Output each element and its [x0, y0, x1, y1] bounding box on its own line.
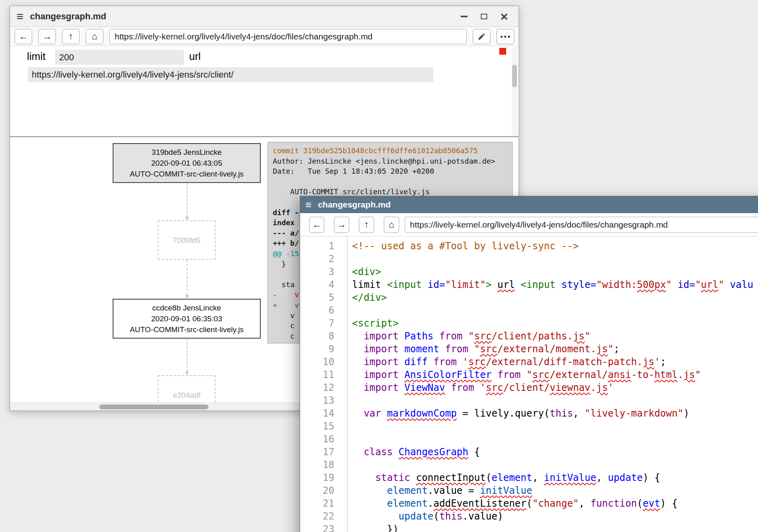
code-token: . — [678, 369, 683, 380]
graph-node[interactable]: ccdce8b JensLincke2020-09-01 06:35:03AUT… — [113, 299, 261, 339]
code-line[interactable]: 19 static connectInput(element, initValu… — [300, 471, 758, 484]
line-number: 3 — [300, 265, 348, 278]
code-line[interactable]: 22 update(this.value) — [300, 510, 758, 523]
back-button[interactable]: ← — [14, 29, 32, 44]
code-token: function — [590, 498, 637, 509]
code-text — [348, 253, 352, 265]
code-line[interactable]: 14 var markdownComp = lively.query(this,… — [300, 407, 758, 420]
code-line[interactable]: 23 }) — [300, 523, 758, 532]
code-token: valu — [730, 279, 753, 290]
code-token — [352, 356, 364, 368]
graph-node-text: 7009fd5 — [173, 235, 201, 246]
up-button[interactable]: ↑ — [359, 217, 374, 233]
home-button[interactable]: ⌂ — [86, 29, 103, 44]
code-line[interactable]: 17 class ChangesGraph { — [300, 446, 758, 458]
code-token: <script> — [352, 318, 399, 329]
code-line[interactable]: 15 — [300, 420, 758, 433]
code-line[interactable]: 3<div> — [300, 265, 758, 278]
code-line[interactable]: 4limit <input id="limit"> url <input sty… — [300, 278, 758, 291]
forward-button[interactable]: → — [334, 217, 349, 233]
diff-line — [273, 177, 507, 187]
window-controls: × — [459, 12, 512, 21]
code-token: " — [474, 343, 480, 355]
code-token: .value) — [463, 511, 503, 522]
code-token: js — [684, 369, 695, 380]
code-token: moment — [404, 343, 439, 355]
code-token: evt — [643, 498, 660, 509]
line-number: 22 — [300, 510, 348, 523]
code-token — [352, 485, 387, 496]
graph-node[interactable]: 319bde5 JensLincke2020-09-01 06:43:05AUT… — [113, 143, 261, 183]
code-line[interactable]: 10 import diff from 'src/external/diff-m… — [300, 355, 758, 368]
code-token: js — [643, 356, 655, 368]
code-token: -to- — [631, 369, 655, 380]
address-url-input[interactable] — [405, 217, 758, 233]
code-line[interactable]: 9 import moment from "src/external/momen… — [300, 343, 758, 355]
code-line[interactable]: 6 — [300, 304, 758, 317]
code-token: " — [666, 279, 678, 290]
code-token — [457, 356, 462, 368]
address-url-input[interactable] — [109, 29, 467, 44]
line-number: 16 — [300, 433, 348, 446]
code-token: markdownComp — [387, 408, 457, 419]
line-number: 12 — [300, 381, 348, 394]
code-line[interactable]: 8 import Paths from "src/client/paths.js… — [300, 330, 758, 343]
code-line[interactable]: 2 — [300, 253, 758, 265]
code-line[interactable]: 18 — [300, 458, 758, 471]
code-token: , — [573, 408, 585, 419]
code-token: from — [433, 356, 457, 368]
code-token: src — [474, 331, 491, 342]
code-token: , — [596, 472, 608, 483]
code-editor[interactable]: 1<!-- used as a #Tool by lively-sync -->… — [300, 236, 758, 532]
code-token: from — [451, 382, 474, 393]
window-titlebar-active[interactable]: ≡ changesgraph.md — [300, 196, 758, 213]
maximize-button[interactable] — [479, 12, 489, 21]
up-button[interactable]: ↑ — [62, 29, 80, 44]
code-line[interactable]: 11 import AnsiColorFilter from "src/exte… — [300, 368, 758, 381]
line-number: 9 — [300, 343, 348, 355]
hamburger-menu-icon[interactable]: ≡ — [16, 10, 24, 23]
code-token: . — [590, 382, 596, 393]
minimize-icon — [461, 16, 468, 17]
code-token: }) — [352, 524, 399, 532]
code-line[interactable]: 12 import ViewNav from 'src/client/viewn… — [300, 381, 758, 394]
code-token: element — [387, 498, 428, 509]
back-button[interactable]: ← — [309, 217, 324, 233]
code-token — [468, 343, 474, 355]
hamburger-menu-icon[interactable]: ≡ — [305, 199, 311, 210]
code-token: id= — [678, 279, 695, 290]
code-token: ; — [614, 343, 619, 355]
code-token: "lively-markdown" — [585, 408, 684, 419]
code-token — [439, 343, 445, 355]
horizontal-scrollbar-thumb[interactable] — [99, 405, 208, 409]
code-token — [352, 472, 375, 483]
code-token — [521, 369, 526, 380]
line-number: 4 — [300, 278, 348, 291]
forward-button[interactable]: → — [38, 29, 56, 44]
code-token: element — [387, 485, 428, 496]
code-token — [399, 369, 404, 380]
graph-node-text: 2020-09-01 06:43:05 — [113, 158, 260, 168]
more-button[interactable]: ⋯ — [496, 29, 514, 44]
code-token: import — [364, 369, 399, 380]
code-line[interactable]: 16 — [300, 433, 758, 446]
code-line[interactable]: 5</div> — [300, 291, 758, 304]
code-token: import — [364, 382, 399, 393]
code-text: <div> — [348, 265, 381, 278]
graph-node[interactable]: 7009fd5 — [158, 220, 216, 260]
minimize-button[interactable] — [459, 12, 469, 21]
window-titlebar[interactable]: ≡ changesgraph.md × — [10, 6, 519, 27]
code-line[interactable]: 7<script> — [300, 317, 758, 330]
home-button[interactable]: ⌂ — [384, 217, 399, 233]
close-button[interactable]: × — [499, 12, 509, 21]
code-line[interactable]: 1<!-- used as a #Tool by lively-sync --> — [300, 240, 758, 253]
code-token: "change" — [532, 498, 579, 509]
code-line[interactable]: 20 element.value = initValue — [300, 484, 758, 497]
edit-button[interactable] — [473, 29, 490, 44]
code-token: ( — [433, 511, 439, 522]
code-line[interactable]: 21 element.addEventListener("change", fu… — [300, 497, 758, 510]
line-number: 1 — [300, 240, 348, 253]
code-token: "width: — [596, 279, 637, 290]
code-line[interactable]: 13 — [300, 394, 758, 407]
code-token: " — [468, 331, 474, 342]
